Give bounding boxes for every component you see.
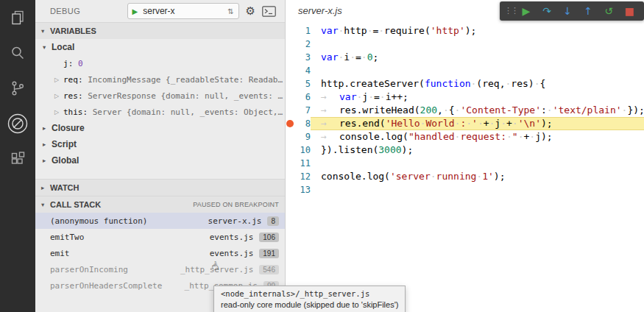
scope-global[interactable]: ▸Global: [35, 152, 285, 169]
callstack-frame[interactable]: parserOnIncoming_http_server.js546: [35, 261, 285, 277]
editor-file-title: server-x.js: [298, 5, 342, 16]
line-number[interactable]: 5: [294, 77, 311, 91]
gutter-glyph[interactable]: [286, 130, 294, 143]
launch-config-select[interactable]: ▶ server-x ⇅: [127, 3, 239, 19]
line-number[interactable]: 9: [294, 130, 311, 143]
frame-line-badge: 191: [259, 249, 279, 258]
code-line-2[interactable]: 2: [286, 38, 644, 51]
gutter-glyph[interactable]: [286, 38, 294, 51]
step-over-button[interactable]: ↷: [537, 1, 557, 21]
drag-handle-icon[interactable]: ⋮⋮: [504, 1, 516, 21]
start-debug-icon[interactable]: ▶: [132, 7, 138, 15]
code-line-5[interactable]: 5http.createServer(function·(req,·res)·{: [286, 77, 644, 91]
line-number[interactable]: 7: [294, 104, 311, 117]
search-icon[interactable]: [0, 35, 35, 71]
expand-icon: ▷: [54, 77, 63, 83]
extensions-icon[interactable]: [0, 141, 35, 177]
code-line-3[interactable]: 3var·i·=·0;: [286, 51, 644, 64]
callstack-frame[interactable]: emitTwoevents.js106: [35, 229, 285, 245]
line-number[interactable]: 3: [294, 51, 311, 64]
line-content: →console.log("handled·request:·"·+·j);: [311, 130, 644, 143]
breakpoint-icon: [286, 120, 294, 127]
debug-icon[interactable]: [0, 106, 35, 141]
chevron-right-icon: ▸: [43, 124, 52, 132]
scope-local[interactable]: ▾Local: [35, 39, 285, 55]
gutter-glyph[interactable]: [286, 104, 294, 117]
line-content: →res.writeHead(200,·{·'Content-Type':·'t…: [311, 104, 644, 117]
variables-header-label: VARIABLES: [50, 26, 96, 35]
line-number[interactable]: 12: [294, 170, 311, 183]
code-line-9[interactable]: 9→console.log("handled·request:·"·+·j);: [286, 130, 644, 143]
line-number[interactable]: 6: [294, 91, 311, 104]
frame-name: parserOnHeadersComplete: [50, 281, 185, 291]
gutter-glyph[interactable]: [286, 143, 294, 157]
step-into-button[interactable]: ↓: [557, 1, 578, 21]
step-out-button[interactable]: ↑: [578, 1, 598, 21]
chevron-right-icon: ▸: [43, 141, 52, 148]
configure-gear-icon[interactable]: ⚙: [246, 4, 255, 18]
explorer-icon[interactable]: [0, 0, 35, 35]
code-line-10[interactable]: 10}).listen(3000);: [286, 143, 644, 157]
line-number[interactable]: 13: [294, 183, 311, 196]
gutter-glyph[interactable]: [286, 24, 294, 38]
chevron-right-icon: ▸: [43, 157, 52, 164]
variables-list: ▾Localj: 0▷req: IncomingMessage {_readab…: [35, 39, 285, 169]
stop-button[interactable]: ■: [619, 1, 640, 21]
colon: :: [68, 59, 78, 68]
sidebar-header: DEBUG ▶ server-x ⇅ ⚙: [35, 0, 285, 22]
variable-value: IncomingMessage {_readableState: Readabl…: [88, 75, 285, 85]
variable-name: req: [63, 75, 78, 85]
line-number[interactable]: 2: [294, 38, 311, 51]
callstack-section-header[interactable]: ▾ CALL STACK PAUSED ON BREAKPOINT: [35, 196, 285, 213]
variable-this[interactable]: ▷this: Server {domain: null, _events: Ob…: [35, 104, 285, 120]
code-line-12[interactable]: 12console.log('server·running·1');: [286, 170, 644, 183]
code-line-4[interactable]: 4: [286, 64, 644, 77]
spacer: [35, 169, 285, 179]
line-number[interactable]: 4: [294, 64, 311, 77]
gutter-glyph[interactable]: [286, 77, 294, 91]
variable-res[interactable]: ▷res: ServerResponse {domain: null, _eve…: [35, 88, 285, 104]
variable-j[interactable]: j: 0: [35, 55, 285, 71]
gutter-glyph[interactable]: [286, 64, 294, 77]
scope-closure[interactable]: ▸Closure: [35, 120, 285, 136]
line-content: [311, 38, 644, 51]
chevron-down-icon: ▾: [41, 201, 50, 208]
code-line-1[interactable]: 1var·http·=·require('http');: [286, 24, 644, 38]
line-content: →var·j·=·i++;: [311, 91, 644, 104]
frame-name: parserOnIncoming: [50, 265, 180, 274]
code-line-8[interactable]: 8→res.end('Hello·World·:·'·+·j·+·'\n');: [286, 117, 644, 130]
code-line-6[interactable]: 6→var·j·=·i++;: [286, 91, 644, 104]
code-line-11[interactable]: 11: [286, 157, 644, 170]
code-area[interactable]: 1var·http·=·require('http');23var·i·=·0;…: [286, 24, 644, 196]
code-line-13[interactable]: 13: [286, 183, 644, 196]
gutter-glyph[interactable]: [286, 157, 294, 170]
gutter-glyph[interactable]: [286, 117, 294, 130]
callstack-frame[interactable]: emitevents.js191: [35, 245, 285, 261]
continue-button[interactable]: ▶: [516, 1, 537, 21]
colon: :: [78, 91, 88, 101]
scope-label: Global: [52, 155, 79, 166]
debug-console-icon[interactable]: [262, 6, 276, 17]
restart-button[interactable]: ↺: [598, 1, 619, 21]
watch-section-header[interactable]: ▸ WATCH: [35, 179, 285, 196]
line-number[interactable]: 8: [294, 117, 311, 130]
gutter-glyph[interactable]: [286, 51, 294, 64]
line-content: http.createServer(function·(req,·res)·{: [311, 77, 644, 91]
variable-value: 0: [78, 59, 83, 68]
variables-section-header[interactable]: ▾ VARIABLES: [35, 22, 285, 39]
callstack-frame[interactable]: (anonymous function)server-x.js8: [35, 213, 285, 229]
gutter-glyph[interactable]: [286, 183, 294, 196]
variable-name: j: [63, 59, 68, 68]
variable-req[interactable]: ▷req: IncomingMessage {_readableState: R…: [35, 71, 285, 88]
debug-toolbar: ⋮⋮▶↷↓↑↺■: [500, 1, 644, 21]
frame-file: server-x.js: [208, 216, 262, 226]
gutter-glyph[interactable]: [286, 91, 294, 104]
scope-script[interactable]: ▸Script: [35, 136, 285, 152]
frame-name: (anonymous function): [50, 216, 208, 226]
code-line-7[interactable]: 7→res.writeHead(200,·{·'Content-Type':·'…: [286, 104, 644, 117]
source-control-icon[interactable]: [0, 71, 35, 106]
line-number[interactable]: 10: [294, 143, 311, 157]
line-number[interactable]: 1: [294, 24, 311, 38]
line-number[interactable]: 11: [294, 157, 311, 170]
gutter-glyph[interactable]: [286, 170, 294, 183]
